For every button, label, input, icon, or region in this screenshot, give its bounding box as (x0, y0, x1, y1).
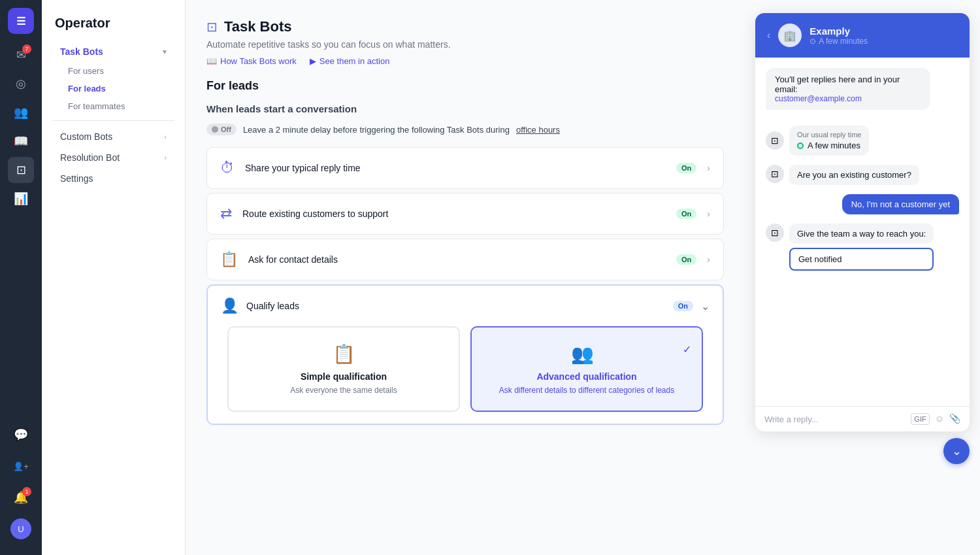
bot-question-bubble: Are you an existing customer? (789, 165, 919, 185)
route-chevron: › (707, 209, 710, 219)
contact-details-card[interactable]: 📋 Ask for contact details On › (206, 239, 724, 280)
chart-nav-button[interactable]: 📊 (8, 186, 34, 212)
bot-icon-question: ⊡ (766, 165, 784, 183)
reply-time-chevron: › (707, 163, 710, 173)
operator-nav-button[interactable]: ⊡ (8, 157, 34, 183)
compass-nav-button[interactable]: ◎ (8, 71, 34, 97)
chat-window: ‹ 🏢 Examply ⊙ A few minutes You'll get r… (755, 13, 970, 431)
share-reply-time-card[interactable]: ⏱ Share your typical reply time On › (206, 147, 724, 189)
chat-nav-button[interactable]: 💬 (8, 422, 34, 448)
gif-button[interactable]: GIF (911, 413, 929, 425)
route-icon: ⇄ (220, 205, 232, 222)
sidebar-sub-for-teammates[interactable]: For teammates (47, 97, 180, 115)
chat-icon: 💬 (14, 428, 28, 442)
simple-qual-title: Simple qualification (239, 371, 448, 382)
sidebar-item-settings[interactable]: Settings (47, 168, 180, 189)
custom-bots-chevron: › (164, 133, 167, 141)
route-customers-card[interactable]: ⇄ Route existing customers to support On… (206, 193, 724, 235)
sidebar: Operator Task Bots ▾ For users For leads… (42, 0, 186, 555)
avatar-button[interactable]: U (8, 516, 34, 542)
scroll-down-button[interactable]: ⌄ (943, 438, 970, 464)
clock-icon: ⊙ (809, 37, 816, 46)
book-icon: 📖 (14, 134, 28, 148)
chat-footer-icons: GIF ☺ 📎 (911, 413, 960, 425)
resolution-bot-chevron: › (164, 154, 167, 161)
advanced-qualification-option[interactable]: ✓ 👥 Advanced qualification Ask different… (470, 326, 703, 412)
attachment-button[interactable]: 📎 (949, 413, 960, 425)
task-bots-label: Task Bots (60, 46, 103, 57)
main-content: ⊡ Task Bots Automate repetitive tasks so… (186, 0, 745, 555)
reply-time-row: ⊡ Our usual reply time A few minutes (766, 126, 959, 156)
task-bots-chevron: ▾ (163, 48, 167, 56)
inbox-nav-button[interactable]: ✉ 7 (8, 42, 34, 68)
add-user-icon: 👤+ (13, 462, 29, 471)
book-link-icon: 📖 (206, 56, 217, 66)
qualify-chevron-down: ⌄ (701, 300, 710, 312)
emoji-button[interactable]: ☺ (935, 413, 944, 425)
chat-back-button[interactable]: ‹ (767, 29, 770, 41)
bot-question-row: ⊡ Are you an existing customer? (766, 165, 959, 185)
contact-chevron: › (707, 254, 710, 265)
preview-wrapper: ‹ 🏢 Examply ⊙ A few minutes You'll get r… (755, 13, 970, 431)
qualify-leads-header[interactable]: 👤 Qualify leads On ⌄ (221, 297, 710, 314)
users-icon: 👥 (14, 105, 28, 120)
qualify-badge: On (673, 301, 693, 311)
sidebar-divider-1 (52, 120, 174, 121)
how-task-bots-work-link[interactable]: 📖 How Task Bots work (206, 56, 297, 66)
toggle-dot (212, 126, 218, 133)
contact-badge: On (676, 254, 696, 265)
qualify-leads-card: 👤 Qualify leads On ⌄ 📋 Simple qualificat… (206, 284, 724, 425)
get-notified-option[interactable]: Get notified (789, 248, 934, 271)
sidebar-item-resolution-bot[interactable]: Resolution Bot › (47, 147, 180, 168)
office-hours-link[interactable]: office hours (516, 125, 560, 135)
qualify-label: Qualify leads (246, 301, 665, 311)
app-logo[interactable]: ☰ (8, 8, 34, 34)
icon-bar: ☰ ✉ 7 ◎ 👥 📖 ⊡ 📊 💬 👤+ 🔔 1 (0, 0, 42, 555)
delay-toggle-row: Off Leave a 2 minute delay before trigge… (206, 124, 724, 135)
sidebar-item-custom-bots[interactable]: Custom Bots › (47, 126, 180, 147)
custom-bots-label: Custom Bots (60, 131, 112, 142)
sidebar-item-task-bots[interactable]: Task Bots ▾ (47, 41, 180, 62)
simple-qualification-option[interactable]: 📋 Simple qualification Ask everyone the … (227, 326, 460, 412)
header-links: 📖 How Task Bots work ▶ See them in actio… (206, 56, 724, 66)
compass-icon: ◎ (16, 76, 26, 91)
operator-icon: ⊡ (16, 163, 26, 177)
company-avatar: 🏢 (778, 24, 802, 47)
toggle-label: Off (221, 126, 231, 133)
delay-toggle[interactable]: Off (206, 124, 237, 135)
reply-time-icon: ⏱ (220, 160, 235, 177)
bot-question-text: Are you an existing customer? (797, 170, 911, 180)
page-subtitle: Automate repetitive tasks so you can foc… (206, 39, 724, 50)
inbox-badge: 7 (22, 44, 31, 54)
sidebar-sub-for-leads[interactable]: For leads (47, 80, 180, 97)
bot-icon-reply: ⊡ (766, 131, 784, 150)
bell-nav-button[interactable]: 🔔 1 (8, 484, 34, 511)
preview-panel: ‹ 🏢 Examply ⊙ A few minutes You'll get r… (745, 0, 980, 555)
reply-time-value: A few minutes (797, 141, 861, 150)
advanced-qual-title: Advanced qualification (482, 371, 691, 382)
advanced-qual-desc: Ask different details to different categ… (482, 386, 691, 395)
route-badge: On (676, 209, 696, 219)
play-link-icon: ▶ (310, 56, 316, 66)
advanced-check-icon: ✓ (683, 343, 691, 356)
settings-label: Settings (60, 173, 93, 184)
sidebar-sub-for-users[interactable]: For users (47, 62, 180, 80)
chat-input[interactable]: Write a reply... (764, 414, 904, 424)
page-header: ⊡ Task Bots Automate repetitive tasks so… (206, 18, 724, 66)
chat-header-info: Examply ⊙ A few minutes (809, 25, 958, 46)
simple-qual-desc: Ask everyone the same details (239, 386, 448, 395)
see-them-in-action-link[interactable]: ▶ See them in action (310, 56, 390, 66)
user-avatar: U (10, 518, 31, 539)
book-nav-button[interactable]: 📖 (8, 128, 34, 154)
reply-time-label: Our usual reply time (797, 131, 861, 139)
contact-icon: 📋 (220, 251, 238, 268)
company-name: Examply (809, 25, 958, 37)
add-user-nav-button[interactable]: 👤+ (8, 453, 34, 479)
reach-row: ⊡ Give the team a way to reach you: Get … (766, 224, 959, 271)
resolution-bot-label: Resolution Bot (60, 152, 120, 163)
bot-icon-reach: ⊡ (766, 224, 784, 242)
chat-footer: Write a reply... GIF ☺ 📎 (755, 406, 970, 431)
users-nav-button[interactable]: 👥 (8, 99, 34, 126)
simple-qual-icon: 📋 (239, 343, 448, 365)
when-leads-subtitle: When leads start a conversation (206, 103, 724, 114)
